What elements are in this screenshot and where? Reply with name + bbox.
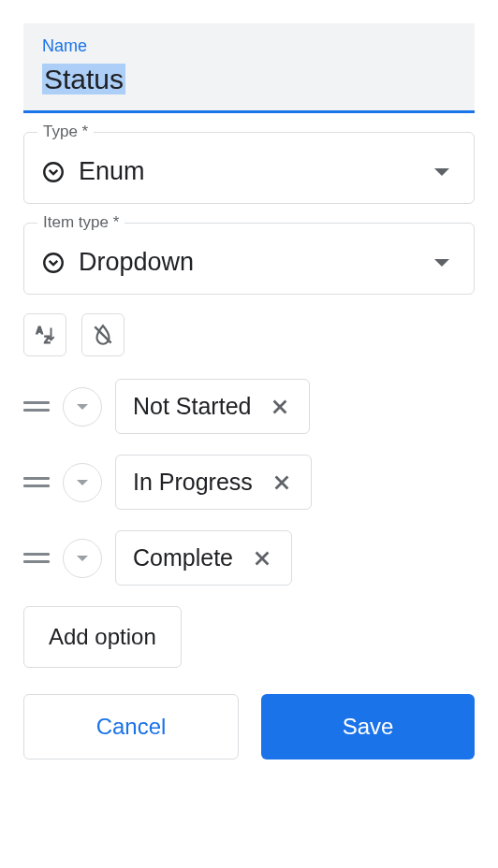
enum-type-icon — [41, 160, 66, 184]
cancel-button[interactable]: Cancel — [23, 694, 239, 760]
option-label: Complete — [133, 544, 233, 571]
item-type-select-value: Dropdown — [79, 248, 421, 277]
chevron-down-icon — [434, 168, 449, 176]
save-button[interactable]: Save — [261, 694, 475, 760]
option-color-picker[interactable] — [63, 387, 102, 427]
drag-handle-icon[interactable] — [23, 477, 50, 487]
dropdown-type-icon — [41, 251, 66, 275]
name-field-value[interactable]: Status — [42, 64, 125, 95]
option-color-picker[interactable] — [63, 463, 102, 502]
option-chip[interactable]: Complete — [115, 530, 292, 586]
option-row: Complete — [23, 530, 475, 586]
sort-alpha-button[interactable]: A Z — [23, 313, 66, 356]
option-row: Not Started — [23, 379, 475, 434]
drag-handle-icon[interactable] — [23, 401, 50, 412]
color-off-button[interactable] — [81, 313, 124, 356]
options-list: Not Started In Progress Complete — [23, 379, 475, 586]
item-type-select-label: Item type * — [37, 213, 124, 232]
option-color-picker[interactable] — [63, 539, 102, 578]
svg-point-1 — [44, 253, 63, 272]
svg-point-0 — [44, 163, 63, 181]
type-select-label: Type * — [37, 123, 94, 141]
drag-handle-icon[interactable] — [23, 553, 50, 563]
chevron-down-icon — [434, 259, 449, 267]
chevron-down-icon — [77, 556, 88, 561]
option-row: In Progress — [23, 455, 475, 510]
name-field-container[interactable]: Name Status — [23, 23, 475, 113]
name-field-label: Name — [42, 36, 456, 56]
svg-text:A: A — [36, 325, 43, 336]
option-chip[interactable]: Not Started — [115, 379, 310, 434]
option-label: Not Started — [133, 393, 251, 420]
type-select-value: Enum — [79, 157, 421, 186]
remove-option-button[interactable] — [270, 470, 294, 495]
remove-option-button[interactable] — [268, 395, 292, 419]
item-type-select[interactable]: Item type * Dropdown — [23, 223, 475, 295]
option-chip[interactable]: In Progress — [115, 455, 312, 510]
chevron-down-icon — [77, 404, 88, 410]
footer-buttons: Cancel Save — [23, 694, 475, 760]
options-toolbar: A Z — [23, 313, 475, 356]
add-option-button[interactable]: Add option — [23, 606, 182, 668]
remove-option-button[interactable] — [250, 546, 274, 571]
option-label: In Progress — [133, 469, 253, 496]
chevron-down-icon — [77, 480, 88, 485]
type-select[interactable]: Type * Enum — [23, 132, 475, 204]
